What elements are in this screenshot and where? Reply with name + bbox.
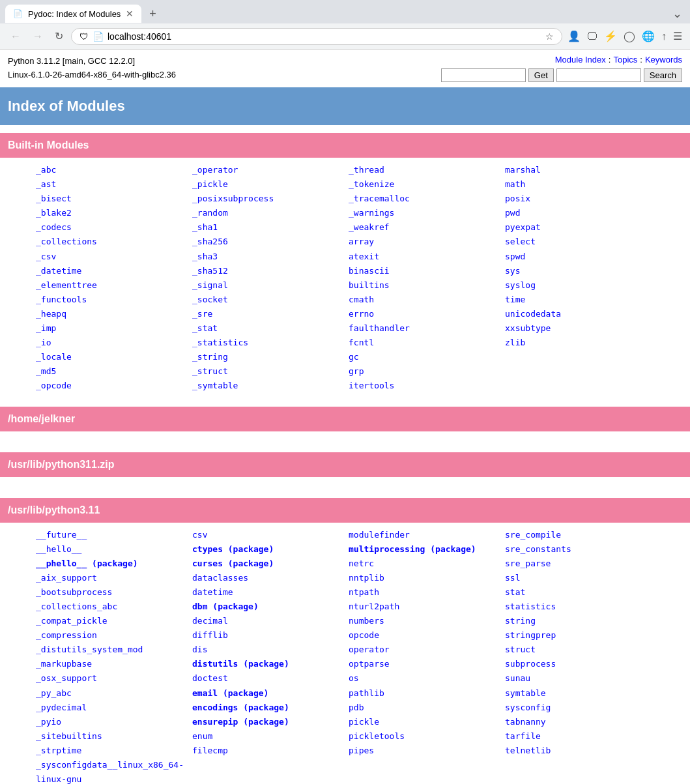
module-link[interactable]: _aix_support	[36, 571, 192, 585]
module-link[interactable]: _string	[192, 350, 349, 364]
extension4-icon[interactable]: 🌐	[640, 29, 656, 44]
module-link[interactable]: syslog	[505, 278, 661, 293]
module-link[interactable]: stat	[505, 585, 661, 600]
module-link[interactable]: _md5	[36, 364, 192, 379]
module-index-link[interactable]: Module Index	[555, 55, 606, 65]
profile-icon[interactable]: 👤	[566, 29, 582, 44]
module-link[interactable]: atexit	[349, 250, 505, 264]
module-link[interactable]: _sre	[192, 307, 349, 321]
extension2-icon[interactable]: ⚡	[603, 29, 618, 44]
module-link[interactable]: _signal	[192, 278, 349, 293]
module-link[interactable]: _bisect	[36, 192, 192, 206]
module-link[interactable]: difflib	[192, 628, 349, 643]
module-link[interactable]: __hello__	[36, 542, 192, 557]
module-link[interactable]: opcode	[349, 628, 505, 643]
module-link[interactable]: _posixsubprocess	[192, 192, 349, 206]
module-link[interactable]: enum	[192, 729, 349, 744]
module-link[interactable]: email (package)	[192, 686, 349, 701]
module-link[interactable]: _io	[36, 336, 192, 350]
module-link[interactable]: statistics	[505, 600, 661, 614]
module-link[interactable]: filecmp	[192, 744, 349, 758]
module-link[interactable]: pickletools	[349, 729, 505, 744]
module-link[interactable]: netrc	[349, 557, 505, 571]
module-link[interactable]: _thread	[349, 163, 505, 177]
extension3-icon[interactable]: ◯	[622, 29, 637, 44]
search-input[interactable]	[556, 68, 641, 82]
module-link[interactable]: _socket	[192, 293, 349, 307]
forward-button[interactable]: →	[29, 28, 47, 45]
module-link[interactable]: _datetime	[36, 264, 192, 278]
module-link[interactable]: _tokenize	[349, 177, 505, 192]
module-link[interactable]: pickle	[349, 715, 505, 729]
module-link[interactable]: ssl	[505, 571, 661, 585]
module-link[interactable]: pdb	[349, 701, 505, 715]
reload-button[interactable]: ↻	[51, 27, 67, 45]
module-link[interactable]: _abc	[36, 163, 192, 177]
module-link[interactable]: curses (package)	[192, 557, 349, 571]
module-link[interactable]: _warnings	[349, 206, 505, 220]
address-input[interactable]	[108, 31, 541, 42]
new-tab-button[interactable]: +	[144, 5, 162, 23]
module-link[interactable]: ensurepip (package)	[192, 715, 349, 729]
module-link[interactable]: _sha512	[192, 264, 349, 278]
module-link[interactable]: select	[505, 235, 661, 249]
module-link[interactable]: _collections	[36, 235, 192, 249]
module-link[interactable]: pathlib	[349, 686, 505, 701]
module-link[interactable]: _struct	[192, 364, 349, 379]
module-link[interactable]: symtable	[505, 686, 661, 701]
module-link[interactable]: decimal	[192, 614, 349, 628]
tab-menu-button[interactable]: ⌄	[670, 4, 685, 23]
module-link[interactable]: tarfile	[505, 729, 661, 744]
module-link[interactable]: optparse	[349, 657, 505, 671]
module-link[interactable]: numbers	[349, 614, 505, 628]
module-link[interactable]: distutils (package)	[192, 657, 349, 671]
module-link[interactable]: sys	[505, 264, 661, 278]
module-link[interactable]: grp	[349, 364, 505, 379]
module-link[interactable]: tabnanny	[505, 715, 661, 729]
module-link[interactable]: pipes	[349, 744, 505, 758]
module-link[interactable]: struct	[505, 643, 661, 657]
module-link[interactable]: pwd	[505, 206, 661, 220]
module-link[interactable]: dis	[192, 643, 349, 657]
module-link[interactable]: _tracemalloc	[349, 192, 505, 206]
module-link[interactable]: itertools	[349, 379, 505, 393]
module-link[interactable]: binascii	[349, 264, 505, 278]
module-link[interactable]: _locale	[36, 350, 192, 364]
module-link[interactable]: _sitebuiltins	[36, 729, 192, 744]
module-link[interactable]: _functools	[36, 293, 192, 307]
module-link[interactable]: posix	[505, 192, 661, 206]
module-link[interactable]: nntplib	[349, 571, 505, 585]
get-input[interactable]	[441, 68, 526, 82]
module-link[interactable]: _markupbase	[36, 657, 192, 671]
module-link[interactable]: builtins	[349, 278, 505, 293]
module-link[interactable]: operator	[349, 643, 505, 657]
module-link[interactable]: sunau	[505, 671, 661, 686]
module-link[interactable]: csv	[192, 528, 349, 542]
module-link[interactable]: _py_abc	[36, 686, 192, 701]
module-link[interactable]: telnetlib	[505, 744, 661, 758]
module-link[interactable]: sre_parse	[505, 557, 661, 571]
module-link[interactable]: encodings (package)	[192, 701, 349, 715]
module-link[interactable]: marshal	[505, 163, 661, 177]
module-link[interactable]: _elementtree	[36, 278, 192, 293]
module-link[interactable]: _pickle	[192, 177, 349, 192]
module-link[interactable]: _osx_support	[36, 671, 192, 686]
module-link[interactable]: dataclasses	[192, 571, 349, 585]
module-link[interactable]: _compat_pickle	[36, 614, 192, 628]
module-link[interactable]: linux-gnu	[36, 772, 192, 784]
module-link[interactable]: ctypes (package)	[192, 542, 349, 557]
module-link[interactable]: array	[349, 235, 505, 249]
module-link[interactable]: math	[505, 177, 661, 192]
module-link[interactable]: doctest	[192, 671, 349, 686]
module-link[interactable]: _weakref	[349, 220, 505, 235]
module-link[interactable]: _sha256	[192, 235, 349, 249]
module-link[interactable]: multiprocessing (package)	[349, 542, 505, 557]
module-link[interactable]: _bootsubprocess	[36, 585, 192, 600]
module-link[interactable]: dbm (package)	[192, 600, 349, 614]
module-link[interactable]: errno	[349, 307, 505, 321]
bookmark-icon[interactable]: ☆	[545, 31, 554, 42]
module-link[interactable]: faulthandler	[349, 321, 505, 336]
module-link[interactable]: unicodedata	[505, 307, 661, 321]
module-link[interactable]: _random	[192, 206, 349, 220]
module-link[interactable]: _sysconfigdata__linux_x86_64-	[36, 758, 192, 772]
